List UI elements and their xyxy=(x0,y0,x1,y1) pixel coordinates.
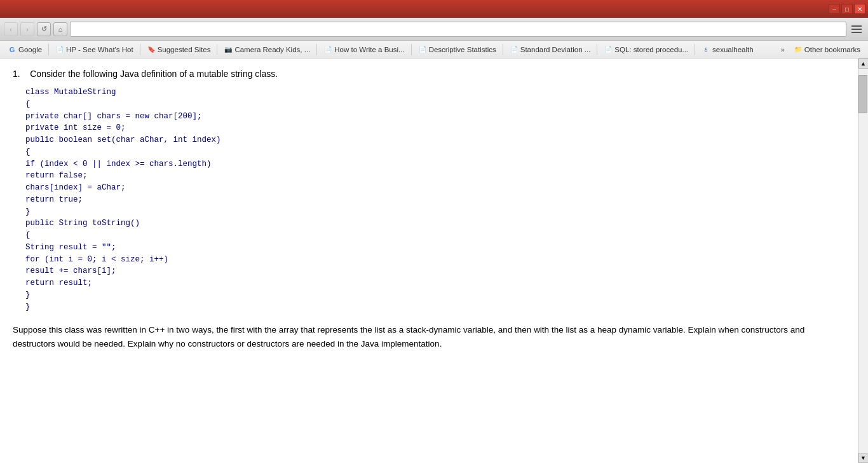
code-line: for (int i = 0; i < size; i++) xyxy=(25,254,845,266)
question-text: Consider the following Java definition o… xyxy=(30,69,278,79)
code-line: { xyxy=(25,99,845,111)
camera-icon: 📷 xyxy=(224,45,233,54)
scrollbar-track xyxy=(858,69,868,453)
bookmark-google-label: Google xyxy=(18,46,42,53)
menu-line-3 xyxy=(851,32,862,33)
bookmark-std-dev-label: Standard Deviation ... xyxy=(520,46,591,53)
bookmark-google[interactable]: G Google xyxy=(4,44,46,55)
std-dev-icon: 📄 xyxy=(510,45,519,54)
divider-1 xyxy=(48,44,49,55)
bookmark-how-to-write-label: How to Write a Busi... xyxy=(334,46,404,53)
bookmark-suggested-label: Suggested Sites xyxy=(158,46,211,53)
menu-line-2 xyxy=(851,29,862,30)
bookmarks-bar: G Google 📄 HP - See What's Hot 🔖 Suggest… xyxy=(0,41,868,59)
sexual-health-icon: ε xyxy=(702,45,710,54)
question-1: 1. Consider the following Java definitio… xyxy=(13,69,845,79)
bookmark-descriptive-label: Descriptive Statistics xyxy=(429,46,496,53)
minimize-button[interactable]: – xyxy=(829,4,840,14)
code-line: } xyxy=(25,301,845,314)
bookmark-sql[interactable]: 📄 SQL: stored procedu... xyxy=(600,44,692,55)
navigation-bar: ‹ › ↺ ⌂ xyxy=(0,18,868,41)
code-line: private int size = 0; xyxy=(25,122,845,134)
bookmark-camera[interactable]: 📷 Camera Ready Kids, ... xyxy=(220,44,314,55)
menu-line-1 xyxy=(851,25,862,27)
code-line: private char[] chars = new char[200]; xyxy=(25,111,845,123)
code-line: return result; xyxy=(25,277,845,289)
code-line: public boolean set(char aChar, int index… xyxy=(25,134,845,146)
scrollbar-up-button[interactable]: ▲ xyxy=(858,59,869,69)
divider-8 xyxy=(695,44,695,55)
bookmark-other-label: Other bookmarks xyxy=(804,46,860,53)
bookmark-suggested[interactable]: 🔖 Suggested Sites xyxy=(143,44,215,55)
code-line: if (index < 0 || index >= chars.length) xyxy=(25,158,845,170)
code-line: } xyxy=(25,289,845,301)
code-line: class MutableString xyxy=(25,86,845,99)
suggested-icon: 🔖 xyxy=(147,45,156,54)
descriptive-icon: 📄 xyxy=(418,45,427,54)
bookmark-camera-label: Camera Ready Kids, ... xyxy=(234,46,310,53)
how-to-write-icon: 📄 xyxy=(323,45,332,54)
bookmark-sexual-health[interactable]: ε sexualhealth xyxy=(698,44,757,55)
maximize-button[interactable]: □ xyxy=(841,4,853,14)
scrollbar-down-button[interactable]: ▼ xyxy=(858,453,869,463)
bookmark-how-to-write[interactable]: 📄 How to Write a Busi... xyxy=(320,44,408,55)
scrollbar: ▲ ▼ xyxy=(858,59,868,463)
bookmark-sexual-health-label: sexualhealth xyxy=(712,46,754,53)
code-line: { xyxy=(25,146,845,158)
back-button[interactable]: ‹ xyxy=(4,22,18,36)
code-line: return true; xyxy=(25,194,845,206)
divider-2 xyxy=(140,44,140,55)
code-line: return false; xyxy=(25,170,845,182)
home-button[interactable]: ⌂ xyxy=(53,22,67,36)
divider-4 xyxy=(316,44,317,55)
window-buttons: – □ ✕ xyxy=(829,4,865,14)
question-prefix: 1. xyxy=(13,69,20,79)
bookmark-descriptive[interactable]: 📄 Descriptive Statistics xyxy=(414,44,500,55)
code-line: public String toString() xyxy=(25,218,845,230)
close-button[interactable]: ✕ xyxy=(854,4,865,14)
code-line: chars[index] = aChar; xyxy=(25,182,845,194)
more-bookmarks-button[interactable]: » xyxy=(777,45,789,55)
window-chrome: – □ ✕ xyxy=(0,0,868,18)
sql-icon: 📄 xyxy=(604,45,613,54)
page-content: 1. Consider the following Java definitio… xyxy=(0,59,858,463)
scrollbar-thumb[interactable] xyxy=(858,75,867,113)
divider-3 xyxy=(217,44,217,55)
code-line: String result = ""; xyxy=(25,242,845,254)
code-line: } xyxy=(25,206,845,218)
content-wrapper: 1. Consider the following Java definitio… xyxy=(0,59,868,463)
folder-icon: 📁 xyxy=(794,45,803,54)
code-line: result += chars[i]; xyxy=(25,265,845,277)
divider-6 xyxy=(503,44,503,55)
bookmark-hp[interactable]: 📄 HP - See What's Hot xyxy=(51,44,137,55)
hp-icon: 📄 xyxy=(55,45,64,54)
bookmark-hp-label: HP - See What's Hot xyxy=(66,46,133,53)
divider-5 xyxy=(411,44,412,55)
bookmark-sql-label: SQL: stored procedu... xyxy=(614,46,688,53)
address-bar[interactable] xyxy=(70,22,846,37)
divider-7 xyxy=(597,44,597,55)
refresh-button[interactable]: ↺ xyxy=(37,22,51,36)
explanation-text: Suppose this class was rewritten in C++ … xyxy=(13,323,845,350)
menu-button[interactable] xyxy=(849,22,864,37)
google-icon: G xyxy=(8,45,17,54)
forward-button[interactable]: › xyxy=(20,22,34,36)
code-block: class MutableString{ private char[] char… xyxy=(25,86,845,313)
code-line: { xyxy=(25,230,845,242)
bookmark-std-dev[interactable]: 📄 Standard Deviation ... xyxy=(506,44,595,55)
bookmark-other-folder[interactable]: 📁 Other bookmarks xyxy=(790,44,864,55)
